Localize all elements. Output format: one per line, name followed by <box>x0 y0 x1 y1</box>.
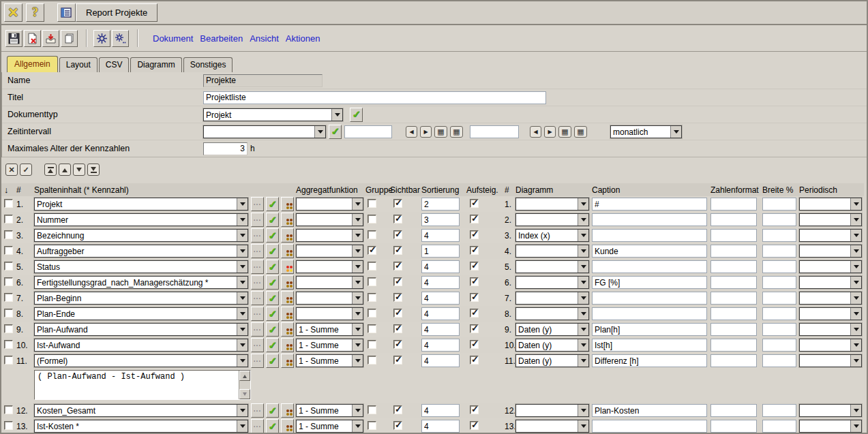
color-grid-button[interactable] <box>281 338 294 352</box>
close-button[interactable]: ✕ <box>4 3 23 22</box>
date-to-prev-button[interactable]: ◀ <box>530 126 541 138</box>
select-all-button[interactable]: ✓ <box>20 164 32 176</box>
gruppe-checkbox[interactable] <box>368 215 376 223</box>
chevron-down-icon[interactable] <box>578 261 588 273</box>
row-select-checkbox[interactable] <box>4 421 13 430</box>
column-content-select[interactable]: Status <box>34 260 248 273</box>
chevron-down-icon[interactable] <box>352 420 363 432</box>
chevron-down-icon[interactable] <box>352 292 363 304</box>
row-select-checkbox[interactable] <box>4 230 13 239</box>
aufsteigend-checkbox[interactable] <box>470 230 479 239</box>
apply-check-button[interactable]: ✓ <box>266 403 279 418</box>
zahlenformat-field[interactable] <box>710 213 757 226</box>
aggregat-select[interactable] <box>296 292 363 305</box>
chevron-down-icon[interactable] <box>578 198 588 210</box>
breite-field[interactable] <box>762 292 796 305</box>
chevron-down-icon[interactable] <box>352 324 363 335</box>
sichtbar-checkbox[interactable] <box>393 215 402 223</box>
caption-field[interactable] <box>592 260 707 273</box>
breite-field[interactable] <box>762 420 796 433</box>
scroll-up-button[interactable] <box>239 371 250 381</box>
row-select-checkbox[interactable] <box>4 215 13 223</box>
diagramm-select[interactable] <box>515 307 589 320</box>
periodisch-select[interactable] <box>799 260 862 273</box>
ellipsis-button[interactable]: ... <box>251 260 264 274</box>
chevron-down-icon[interactable] <box>850 277 861 288</box>
delete-document-button[interactable] <box>24 30 41 47</box>
chevron-down-icon[interactable] <box>237 245 248 257</box>
ellipsis-button[interactable]: ... <box>251 307 264 321</box>
apply-check-button[interactable]: ✓ <box>266 307 279 321</box>
aggregat-select[interactable]: 1 - Summe <box>296 404 363 417</box>
zahlenformat-field[interactable] <box>710 198 757 211</box>
max-alter-field[interactable] <box>203 142 248 155</box>
chevron-down-icon[interactable] <box>850 405 861 416</box>
aggregat-select[interactable] <box>296 276 363 289</box>
chevron-down-icon[interactable] <box>237 277 248 288</box>
chevron-down-icon[interactable] <box>352 261 363 273</box>
chevron-down-icon[interactable] <box>850 420 861 432</box>
color-grid-button[interactable] <box>281 244 294 258</box>
interval-unit-select[interactable]: monatlich <box>610 125 682 138</box>
ellipsis-button[interactable]: ... <box>251 322 264 337</box>
sichtbar-checkbox[interactable] <box>393 324 402 333</box>
aggregat-select[interactable] <box>296 213 363 226</box>
gruppe-checkbox[interactable] <box>368 405 376 414</box>
zahlenformat-field[interactable] <box>710 404 757 417</box>
aggregat-select[interactable]: 1 - Summe <box>296 339 363 352</box>
aufsteigend-checkbox[interactable] <box>470 340 479 349</box>
burst-small-button[interactable] <box>112 30 129 47</box>
periodisch-select[interactable] <box>799 420 862 433</box>
periodisch-select[interactable] <box>799 323 862 336</box>
chevron-down-icon[interactable] <box>237 324 248 335</box>
periodisch-select[interactable] <box>799 339 862 352</box>
row-select-checkbox[interactable] <box>4 309 13 317</box>
menu-ansicht[interactable]: Ansicht <box>250 33 279 44</box>
breite-field[interactable] <box>762 213 796 226</box>
caption-field[interactable] <box>592 229 707 242</box>
apply-check-button[interactable]: ✓ <box>266 260 279 274</box>
chevron-down-icon[interactable] <box>850 198 861 210</box>
diagramm-select[interactable] <box>515 245 589 258</box>
sichtbar-checkbox[interactable] <box>393 356 402 365</box>
color-grid-button[interactable] <box>281 354 294 368</box>
chevron-down-icon[interactable] <box>237 339 248 351</box>
caption-field[interactable] <box>592 276 707 289</box>
periodisch-select[interactable] <box>799 307 862 320</box>
zahlenformat-field[interactable] <box>710 245 757 258</box>
chevron-down-icon[interactable] <box>237 308 248 320</box>
caption-field[interactable] <box>592 245 707 258</box>
apply-check-button[interactable]: ✓ <box>266 244 279 258</box>
ellipsis-button[interactable]: ... <box>251 228 264 243</box>
sichtbar-checkbox[interactable] <box>393 262 402 270</box>
zeitintervall-apply-button[interactable]: ✓ <box>329 125 342 139</box>
chevron-down-icon[interactable] <box>237 420 248 432</box>
row-select-checkbox[interactable] <box>4 277 13 286</box>
color-grid-button[interactable] <box>281 275 294 290</box>
chevron-down-icon[interactable] <box>237 355 248 367</box>
chevron-down-icon[interactable] <box>850 214 861 226</box>
apply-check-button[interactable]: ✓ <box>266 213 279 227</box>
column-content-select[interactable]: Plan-Beginn <box>34 292 248 305</box>
date-from-prev-button[interactable]: ◀ <box>406 126 417 138</box>
move-down-button[interactable] <box>73 164 85 176</box>
apply-check-button[interactable]: ✓ <box>266 419 279 433</box>
aggregat-select[interactable]: 1 - Summe <box>296 420 363 433</box>
chevron-down-icon[interactable] <box>352 230 363 241</box>
copy-button[interactable] <box>61 30 78 47</box>
dokumenttyp-select[interactable]: Projekt <box>203 108 343 121</box>
apply-check-button[interactable]: ✓ <box>266 228 279 243</box>
chevron-down-icon[interactable] <box>578 230 588 241</box>
aggregat-select[interactable] <box>296 245 363 258</box>
sortierung-field[interactable] <box>421 229 460 242</box>
color-grid-button[interactable] <box>281 213 294 227</box>
apply-check-button[interactable]: ✓ <box>266 338 279 352</box>
diagramm-select[interactable]: Daten (y) <box>515 339 589 352</box>
gruppe-checkbox[interactable] <box>368 230 376 239</box>
aufsteigend-checkbox[interactable] <box>470 277 479 286</box>
date-from-field[interactable] <box>344 125 392 138</box>
aufsteigend-checkbox[interactable] <box>470 324 479 333</box>
aufsteigend-checkbox[interactable] <box>470 405 479 414</box>
diagramm-select[interactable]: Daten (y) <box>515 323 589 336</box>
caption-field[interactable] <box>592 307 707 320</box>
